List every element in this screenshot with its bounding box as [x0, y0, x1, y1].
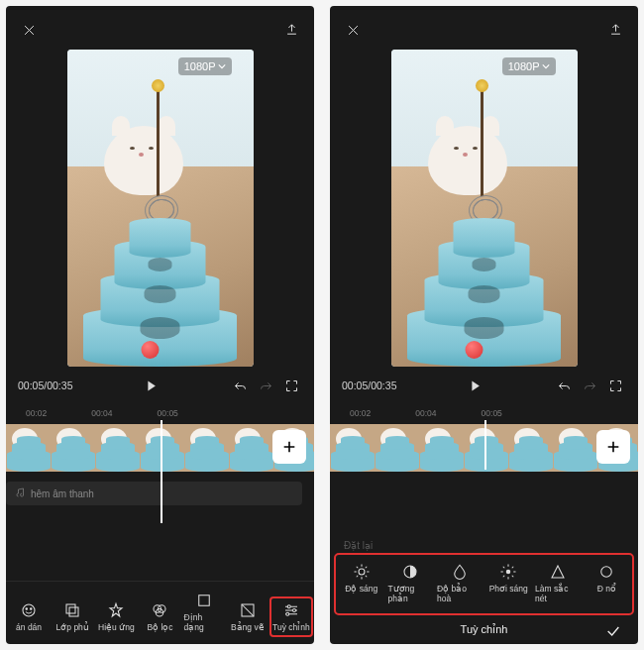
- undo-button[interactable]: [553, 375, 575, 396]
- svg-point-0: [23, 604, 35, 616]
- adjust-label: Tương phản: [388, 584, 434, 603]
- saturation-icon: [451, 563, 469, 581]
- clip-thumbnail[interactable]: [508, 424, 553, 472]
- adjust-exposure[interactable]: Phơi sáng: [485, 559, 533, 607]
- svg-rect-8: [198, 596, 209, 606]
- add-clip-button[interactable]: [272, 430, 306, 464]
- playhead[interactable]: [161, 420, 162, 523]
- tool-label: Định dạng: [184, 612, 224, 632]
- tool-overlay[interactable]: Lớp phủ: [52, 597, 93, 636]
- svg-point-2: [31, 608, 33, 610]
- tool-label: Bảng vẽ: [231, 622, 265, 632]
- undo-button[interactable]: [229, 375, 251, 396]
- confirm-button[interactable]: [604, 622, 622, 640]
- export-button[interactable]: [604, 19, 626, 41]
- transport-bar: 00:05/00:35: [6, 367, 314, 402]
- svg-point-16: [601, 567, 612, 578]
- adjust-brightness[interactable]: Độ sáng: [338, 559, 385, 607]
- tool-canvas[interactable]: Bảng vẽ: [227, 597, 268, 636]
- timecode: 00:05/00:35: [18, 379, 72, 391]
- close-button[interactable]: [342, 19, 364, 41]
- svg-point-11: [292, 609, 295, 612]
- adjust-more[interactable]: Đ nổ: [584, 559, 631, 607]
- adjust-panel: Đặt lại Độ sáng Tương phản Độ bảo hoà Ph…: [330, 530, 638, 644]
- playhead[interactable]: [484, 420, 486, 470]
- resolution-label: 1080P: [184, 60, 216, 72]
- tool-bar: án dán Lớp phủ Hiệu ứng Bộ lọc Định dạng…: [6, 581, 314, 644]
- filter-icon: [151, 601, 168, 619]
- svg-point-12: [286, 612, 289, 615]
- resolution-badge[interactable]: 1080P: [178, 57, 232, 75]
- adjust-options-row: Độ sáng Tương phản Độ bảo hoà Phơi sáng …: [338, 559, 630, 607]
- clip-thumbnail[interactable]: [6, 424, 51, 472]
- adjust-title: Tuỳ chỉnh: [461, 623, 508, 636]
- tool-effect[interactable]: Hiệu ứng: [95, 597, 137, 636]
- format-icon: [195, 592, 213, 609]
- tool-adjust[interactable]: Tuỳ chỉnh: [270, 597, 312, 636]
- video-preview[interactable]: 1080P: [391, 50, 578, 367]
- tool-label: án dán: [16, 622, 42, 632]
- ruler-mark: 00:02: [26, 408, 47, 418]
- adjust-contrast[interactable]: Tương phản: [387, 559, 435, 607]
- clip-thumbnail[interactable]: [51, 424, 95, 472]
- tool-filter[interactable]: Bộ lọc: [139, 597, 180, 636]
- preview-area: 1080P: [6, 50, 314, 367]
- tool-sticker[interactable]: án dán: [8, 597, 50, 636]
- editor-screen-adjust: 1080P 00:05/00:35 00:02 00:04 00:05: [330, 6, 638, 644]
- ruler-mark: 00:04: [415, 408, 436, 418]
- add-clip-button[interactable]: [596, 430, 630, 464]
- audio-track[interactable]: hêm âm thanh: [6, 482, 302, 505]
- svg-rect-4: [69, 607, 78, 616]
- tool-label: Hiệu ứng: [98, 622, 135, 632]
- tool-format[interactable]: Định dạng: [183, 588, 225, 636]
- clip-thumbnail[interactable]: [464, 424, 508, 472]
- resolution-label: 1080P: [508, 60, 540, 72]
- effect-icon: [107, 601, 125, 619]
- fullscreen-button[interactable]: [280, 375, 302, 396]
- transport-bar: 00:05/00:35: [330, 367, 638, 402]
- timeline-ruler[interactable]: 00:02 00:04 00:05: [6, 402, 314, 420]
- timecode: 00:05/00:35: [342, 379, 396, 391]
- timeline-ruler[interactable]: 00:02 00:04 00:05: [330, 402, 638, 420]
- editor-screen-main: 1080P 00:05/00:35 00:02 00:04 00:05: [6, 6, 314, 644]
- adjust-sharpen[interactable]: Làm sắc nét: [534, 559, 582, 607]
- clip-thumbnail[interactable]: [330, 424, 375, 472]
- redo-button[interactable]: [579, 375, 600, 396]
- svg-rect-3: [66, 604, 75, 613]
- highlight-icon: [597, 563, 615, 581]
- clip-thumbnail[interactable]: [229, 424, 273, 472]
- play-button[interactable]: [140, 375, 161, 396]
- video-preview[interactable]: 1080P: [67, 50, 254, 367]
- clip-track[interactable]: [330, 424, 638, 472]
- audio-track-label: hêm âm thanh: [31, 488, 94, 499]
- resolution-badge[interactable]: 1080P: [502, 57, 556, 75]
- adjust-reset-button[interactable]: Đặt lại: [330, 536, 638, 553]
- clip-track[interactable]: [6, 424, 314, 472]
- export-button[interactable]: [280, 19, 302, 41]
- close-button[interactable]: [18, 19, 40, 41]
- tool-label: Tuỳ chỉnh: [272, 622, 310, 632]
- clip-thumbnail[interactable]: [184, 424, 229, 472]
- clip-thumbnail[interactable]: [375, 424, 419, 472]
- sticker-icon: [20, 601, 38, 619]
- adjust-label: Phơi sáng: [489, 584, 528, 594]
- svg-point-10: [287, 605, 290, 608]
- adjust-options-highlight: Độ sáng Tương phản Độ bảo hoà Phơi sáng …: [336, 555, 632, 613]
- ruler-mark: 00:04: [91, 408, 112, 418]
- svg-point-13: [359, 569, 365, 575]
- adjust-label: Độ sáng: [345, 584, 377, 594]
- play-button[interactable]: [464, 375, 485, 396]
- clip-thumbnail[interactable]: [95, 424, 140, 472]
- redo-button[interactable]: [255, 375, 276, 396]
- adjust-saturation[interactable]: Độ bảo hoà: [436, 559, 483, 607]
- tool-label: Lớp phủ: [56, 622, 89, 632]
- clip-thumbnail[interactable]: [553, 424, 597, 472]
- svg-point-15: [506, 570, 511, 575]
- clip-thumbnail[interactable]: [419, 424, 464, 472]
- fullscreen-button[interactable]: [604, 375, 626, 396]
- clip-thumbnail[interactable]: [140, 424, 184, 472]
- exposure-icon: [499, 563, 517, 581]
- adjust-confirm-bar: Tuỳ chỉnh: [330, 617, 638, 644]
- adjust-label: Làm sắc nét: [535, 584, 581, 603]
- adjust-label: Đ nổ: [597, 584, 616, 594]
